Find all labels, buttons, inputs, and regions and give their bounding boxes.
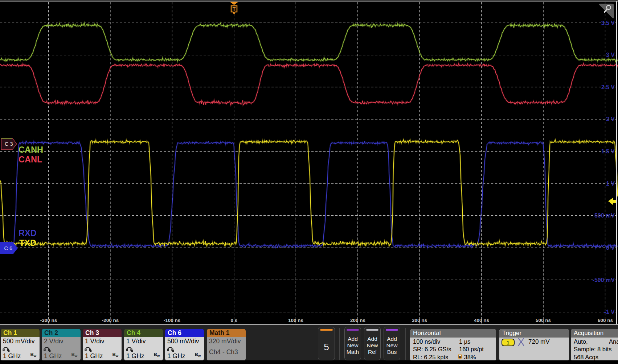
svg-text:2 V: 2 V xyxy=(606,116,615,122)
svg-text:100 ns: 100 ns xyxy=(288,318,303,323)
svg-text:200 ns: 200 ns xyxy=(350,318,365,323)
svg-text:-300 ns: -300 ns xyxy=(40,318,57,323)
svg-text:-1 V: -1 V xyxy=(604,309,615,315)
svg-text:T: T xyxy=(233,6,236,12)
svg-text:C 3: C 3 xyxy=(5,141,13,147)
svg-text:-500 mV: -500 mV xyxy=(593,277,615,283)
svg-text:600 ns: 600 ns xyxy=(598,318,613,323)
svg-text:-100 ns: -100 ns xyxy=(164,318,181,323)
svg-text:0 V: 0 V xyxy=(606,245,615,251)
svg-text:300 ns: 300 ns xyxy=(412,318,427,323)
svg-text:C 6: C 6 xyxy=(4,245,13,251)
svg-text:TXD: TXD xyxy=(19,238,36,248)
svg-text:500 mV: 500 mV xyxy=(594,212,615,219)
svg-text:3.5 V: 3.5 V xyxy=(601,20,615,26)
svg-text:2.5 V: 2.5 V xyxy=(601,84,615,90)
svg-text:RXD: RXD xyxy=(19,228,37,238)
svg-text:CANH: CANH xyxy=(19,145,43,154)
svg-text:-200 ns: -200 ns xyxy=(102,318,119,323)
svg-text:1.5 V: 1.5 V xyxy=(601,148,615,154)
svg-text:500 ns: 500 ns xyxy=(536,318,551,323)
svg-text:1 V: 1 V xyxy=(606,181,615,187)
svg-text:0 s: 0 s xyxy=(231,318,238,323)
svg-text:T: T xyxy=(459,355,461,358)
svg-text:400 ns: 400 ns xyxy=(474,318,489,323)
svg-text:CANL: CANL xyxy=(19,155,42,164)
svg-text:3 V: 3 V xyxy=(606,52,615,58)
